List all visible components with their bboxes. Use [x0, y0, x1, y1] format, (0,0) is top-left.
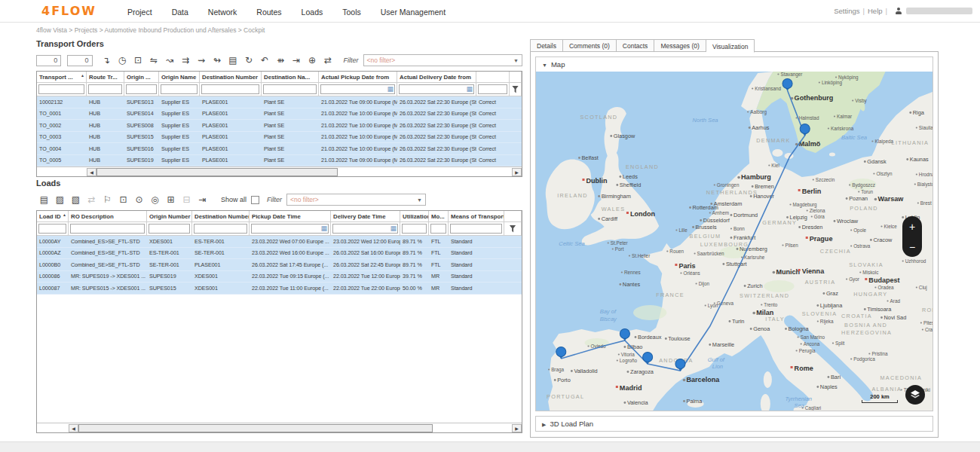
release-window-icon[interactable]: ⊡	[130, 53, 146, 67]
breadcrumb[interactable]: 4flow Vista > Projects > Automotive Inbo…	[36, 26, 265, 34]
location-marker[interactable]	[643, 353, 653, 362]
nav-item-loads[interactable]: Loads	[302, 8, 323, 17]
nav-item-network[interactable]: Network	[208, 8, 237, 17]
nav-item-data[interactable]: Data	[172, 8, 188, 17]
table-row[interactable]: TO_0004HUBSUPES016Supplier ESPLASE001Pla…	[37, 143, 522, 155]
zoom-in-button[interactable]: +	[902, 221, 922, 232]
table-row[interactable]: TO_0005HUBSUPES019Supplier ESPLASE001Pla…	[37, 155, 522, 167]
exchange-icon[interactable]: ⇄	[84, 193, 100, 206]
order-counter-1[interactable]: 0	[36, 55, 61, 66]
column-header[interactable]: Actual Pickup Date from	[319, 72, 397, 83]
tab-visualization[interactable]: Visualization	[706, 39, 755, 53]
table-row[interactable]: TO_0003HUBSUPES015Supplier ESPLASE001Pla…	[37, 132, 522, 144]
reassign-order-icon[interactable]: ⇝	[194, 53, 210, 67]
column-filter-input[interactable]	[263, 84, 317, 94]
nav-item-project[interactable]: Project	[127, 8, 152, 17]
column-filter-input[interactable]	[161, 84, 198, 94]
table-row[interactable]: L000087MR: SUPES015 -> XDES001 ...SUPES0…	[37, 282, 522, 295]
duplicate-icon[interactable]: ⊟	[179, 193, 194, 206]
column-header[interactable]: Origin Name	[159, 72, 200, 83]
route-flag-icon[interactable]: ⚐	[100, 193, 115, 206]
scroll-right-button[interactable]: ▶	[512, 168, 522, 176]
scrollbar-thumb[interactable]	[78, 424, 433, 432]
column-header[interactable]: Route Tr...	[87, 72, 124, 83]
calendar-icon[interactable]: ▦	[390, 225, 397, 232]
scroll-left-button[interactable]: ◀	[69, 424, 78, 432]
nav-item-user-management[interactable]: User Management	[381, 8, 446, 17]
column-filter-input[interactable]	[478, 84, 507, 94]
filter-funnel-icon[interactable]	[512, 86, 519, 93]
column-filter-input[interactable]	[430, 224, 446, 234]
table-icon[interactable]: ⊞	[163, 193, 179, 206]
settings-link[interactable]: Settings	[834, 7, 859, 15]
load-plan-expander[interactable]: ▶3D Load Plan	[536, 417, 933, 431]
map-expander[interactable]: ▼Map	[536, 57, 933, 72]
column-filter-input[interactable]	[149, 224, 190, 234]
loads-filter-dropdown[interactable]: <no filter>▼	[286, 194, 426, 206]
location-marker[interactable]	[556, 347, 566, 357]
column-filter-input[interactable]	[126, 84, 157, 94]
location-marker[interactable]	[620, 329, 629, 339]
transport-orders-filter-dropdown[interactable]: <no filter>▼	[363, 54, 522, 66]
calendar-icon[interactable]: ▦	[466, 86, 473, 93]
user-name-redacted[interactable]	[906, 8, 972, 14]
import-order-icon[interactable]: ↴	[99, 53, 115, 67]
move-load-icon[interactable]: ▧	[68, 193, 84, 206]
column-header[interactable]: Transport ...▲	[37, 72, 87, 83]
table-row[interactable]: L000086MR: SUPES019 -> XDES001 ...SUPES0…	[37, 271, 522, 283]
table-row[interactable]: L0000AZCombined_ES>SE_FTL-STDES-TER-001S…	[37, 248, 522, 260]
table-row[interactable]: TO_0002HUBSUPES008Supplier ESPLASE001Pla…	[37, 120, 522, 132]
column-filter-input[interactable]	[194, 224, 247, 234]
help-link[interactable]: Help	[868, 7, 883, 15]
tab-details[interactable]: Details	[530, 39, 563, 52]
route-order-icon[interactable]: ↬	[210, 53, 225, 67]
statistics-icon[interactable]: ▤	[225, 53, 241, 67]
scroll-right-button[interactable]: ▶	[512, 424, 522, 432]
column-header[interactable]: Delivery Date Time	[331, 211, 400, 222]
column-filter-input[interactable]	[88, 84, 122, 94]
column-filter-input[interactable]	[38, 84, 84, 94]
table-row[interactable]: L0000AYCombined_ES>SE_FTL-STDXDES001ES-T…	[37, 236, 522, 248]
column-header[interactable]: Destination Na...	[262, 72, 319, 83]
column-header[interactable]: Mo...	[429, 211, 449, 222]
column-header[interactable]	[476, 72, 510, 83]
column-header[interactable]: Load ID▲	[37, 211, 69, 222]
calendar-icon[interactable]: ▦	[320, 225, 327, 232]
location-marker[interactable]	[800, 124, 810, 134]
refresh-icon[interactable]: ↻	[241, 53, 257, 67]
zoom-out-button[interactable]: −	[902, 242, 922, 252]
globe-icon[interactable]: ⊕	[305, 53, 320, 67]
location-marker[interactable]	[675, 359, 685, 369]
layers-button[interactable]	[905, 385, 925, 405]
nav-item-tools[interactable]: Tools	[342, 8, 361, 17]
split-order-icon[interactable]: ⇋	[146, 53, 162, 67]
table-row[interactable]: L0000B0Combined_SE>SE_FTL-STDSE-TER-001P…	[37, 259, 522, 271]
table-row[interactable]: 10002132HUBSUPES013Supplier ESPLASE001Pl…	[37, 96, 522, 108]
column-filter-input[interactable]: ▦	[251, 224, 329, 234]
column-filter-input[interactable]	[402, 224, 427, 234]
export-icon[interactable]: ⇥	[289, 53, 305, 67]
horizontal-scrollbar[interactable]: ◀▶	[37, 423, 522, 432]
merge-orders-icon[interactable]: ⇉	[178, 53, 194, 67]
column-header[interactable]: Destination Number	[192, 211, 250, 222]
scroll-left-button[interactable]: ◀	[87, 168, 96, 176]
time-window-icon[interactable]: ◷	[115, 53, 130, 67]
column-header[interactable]: Origin Number	[147, 211, 192, 222]
order-counter-2[interactable]: 0	[67, 55, 92, 66]
table-row[interactable]: TO_0001HUBSUPES014Supplier ESPLASE001Pla…	[37, 108, 522, 121]
column-header[interactable]: Means of Transportation	[449, 211, 504, 222]
tab-messages-0-[interactable]: Messages (0)	[654, 39, 706, 52]
nav-item-routes[interactable]: Routes	[256, 8, 281, 17]
utilization-chart-icon[interactable]: ▤	[36, 193, 52, 206]
column-header[interactable]: Actual Delivery Date from	[397, 72, 476, 83]
transfer-icon[interactable]: ⇻	[273, 53, 289, 67]
export-load-icon[interactable]: ⇥	[194, 193, 210, 206]
column-filter-input[interactable]: ▦	[399, 84, 474, 94]
column-header[interactable]: Origin ...	[124, 72, 159, 83]
filter-funnel-icon[interactable]	[510, 225, 516, 233]
map-canvas[interactable]: StavangerKristiansandNyköpingLinköpingGo…	[536, 72, 933, 411]
column-header[interactable]: Destination Number	[200, 72, 262, 83]
column-filter-input[interactable]	[38, 224, 66, 234]
costs-icon[interactable]: ⊙	[131, 193, 147, 206]
column-filter-input[interactable]: ▦	[332, 224, 398, 234]
